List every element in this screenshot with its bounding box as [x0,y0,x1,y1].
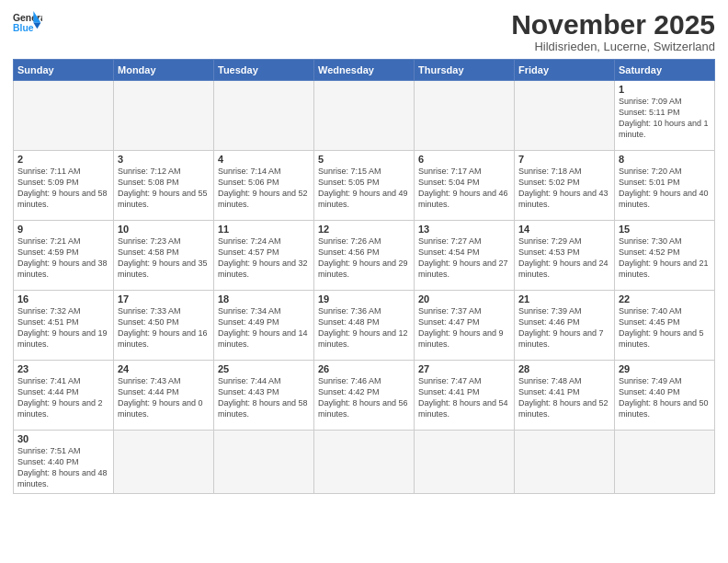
table-row [214,81,314,151]
day-info: Sunrise: 7:46 AM Sunset: 4:42 PM Dayligh… [318,375,410,420]
table-row: 14Sunrise: 7:29 AM Sunset: 4:53 PM Dayli… [515,221,615,291]
location: Hildisrieden, Lucerne, Switzerland [511,40,715,53]
day-number: 5 [318,154,410,165]
table-row: 28Sunrise: 7:48 AM Sunset: 4:41 PM Dayli… [515,361,615,431]
table-row: 5Sunrise: 7:15 AM Sunset: 5:05 PM Daylig… [314,151,415,221]
calendar-table: Sunday Monday Tuesday Wednesday Thursday… [13,59,715,494]
day-info: Sunrise: 7:24 AM Sunset: 4:57 PM Dayligh… [218,236,310,281]
table-row: 24Sunrise: 7:43 AM Sunset: 4:44 PM Dayli… [114,361,214,431]
col-sunday: Sunday [14,60,114,81]
day-info: Sunrise: 7:14 AM Sunset: 5:06 PM Dayligh… [218,166,310,211]
day-number: 14 [518,224,610,235]
day-number: 1 [619,84,711,95]
title-block: November 2025 Hildisrieden, Lucerne, Swi… [511,9,715,53]
day-number: 12 [318,224,410,235]
day-number: 30 [17,433,109,444]
table-row: 19Sunrise: 7:36 AM Sunset: 4:48 PM Dayli… [314,291,415,361]
col-friday: Friday [515,60,615,81]
day-info: Sunrise: 7:32 AM Sunset: 4:51 PM Dayligh… [17,305,109,350]
table-row: 10Sunrise: 7:23 AM Sunset: 4:58 PM Dayli… [114,221,214,291]
day-number: 15 [619,224,711,235]
day-info: Sunrise: 7:48 AM Sunset: 4:41 PM Dayligh… [518,375,610,420]
day-info: Sunrise: 7:20 AM Sunset: 5:01 PM Dayligh… [619,166,711,211]
day-number: 6 [418,154,510,165]
table-row: 13Sunrise: 7:27 AM Sunset: 4:54 PM Dayli… [415,221,515,291]
table-row: 21Sunrise: 7:39 AM Sunset: 4:46 PM Dayli… [515,291,615,361]
day-info: Sunrise: 7:18 AM Sunset: 5:02 PM Dayligh… [518,166,610,211]
col-wednesday: Wednesday [314,60,415,81]
day-info: Sunrise: 7:29 AM Sunset: 4:53 PM Dayligh… [518,236,610,281]
day-number: 11 [218,224,310,235]
day-number: 22 [619,293,711,304]
day-number: 16 [17,293,109,304]
day-info: Sunrise: 7:12 AM Sunset: 5:08 PM Dayligh… [118,166,210,211]
day-number: 26 [318,363,410,374]
svg-marker-3 [33,23,40,29]
table-row: 11Sunrise: 7:24 AM Sunset: 4:57 PM Dayli… [214,221,314,291]
table-row: 26Sunrise: 7:46 AM Sunset: 4:42 PM Dayli… [314,361,415,431]
day-info: Sunrise: 7:11 AM Sunset: 5:09 PM Dayligh… [17,166,109,211]
table-row [314,431,415,494]
day-number: 10 [118,224,210,235]
table-row [114,81,214,151]
day-info: Sunrise: 7:26 AM Sunset: 4:56 PM Dayligh… [318,236,410,281]
day-number: 18 [218,293,310,304]
col-saturday: Saturday [615,60,715,81]
calendar-header-row: Sunday Monday Tuesday Wednesday Thursday… [14,60,715,81]
table-row: 8Sunrise: 7:20 AM Sunset: 5:01 PM Daylig… [615,151,715,221]
logo-icon: General Blue [13,9,42,35]
table-row: 18Sunrise: 7:34 AM Sunset: 4:49 PM Dayli… [214,291,314,361]
table-row [515,81,615,151]
day-number: 21 [518,293,610,304]
month-title: November 2025 [511,9,715,40]
day-info: Sunrise: 7:47 AM Sunset: 4:41 PM Dayligh… [418,375,510,420]
day-number: 7 [518,154,610,165]
table-row: 22Sunrise: 7:40 AM Sunset: 4:45 PM Dayli… [615,291,715,361]
day-number: 25 [218,363,310,374]
table-row [14,81,114,151]
day-number: 17 [118,293,210,304]
day-number: 27 [418,363,510,374]
header: General Blue November 2025 Hildisrieden,… [13,9,715,53]
day-number: 13 [418,224,510,235]
day-info: Sunrise: 7:21 AM Sunset: 4:59 PM Dayligh… [17,236,109,281]
day-number: 29 [619,363,711,374]
day-info: Sunrise: 7:17 AM Sunset: 5:04 PM Dayligh… [418,166,510,211]
day-info: Sunrise: 7:09 AM Sunset: 5:11 PM Dayligh… [619,96,711,141]
day-info: Sunrise: 7:41 AM Sunset: 4:44 PM Dayligh… [17,375,109,420]
day-info: Sunrise: 7:37 AM Sunset: 4:47 PM Dayligh… [418,305,510,350]
day-info: Sunrise: 7:44 AM Sunset: 4:43 PM Dayligh… [218,375,310,420]
day-info: Sunrise: 7:23 AM Sunset: 4:58 PM Dayligh… [118,236,210,281]
table-row: 25Sunrise: 7:44 AM Sunset: 4:43 PM Dayli… [214,361,314,431]
logo: General Blue [13,9,42,35]
table-row: 29Sunrise: 7:49 AM Sunset: 4:40 PM Dayli… [615,361,715,431]
table-row [415,81,515,151]
day-info: Sunrise: 7:34 AM Sunset: 4:49 PM Dayligh… [218,305,310,350]
table-row: 30Sunrise: 7:51 AM Sunset: 4:40 PM Dayli… [14,431,114,494]
table-row: 20Sunrise: 7:37 AM Sunset: 4:47 PM Dayli… [415,291,515,361]
day-info: Sunrise: 7:36 AM Sunset: 4:48 PM Dayligh… [318,305,410,350]
day-number: 24 [118,363,210,374]
day-info: Sunrise: 7:27 AM Sunset: 4:54 PM Dayligh… [418,236,510,281]
table-row: 3Sunrise: 7:12 AM Sunset: 5:08 PM Daylig… [114,151,214,221]
day-info: Sunrise: 7:33 AM Sunset: 4:50 PM Dayligh… [118,305,210,350]
table-row: 1Sunrise: 7:09 AM Sunset: 5:11 PM Daylig… [615,81,715,151]
table-row: 2Sunrise: 7:11 AM Sunset: 5:09 PM Daylig… [14,151,114,221]
col-monday: Monday [114,60,214,81]
day-info: Sunrise: 7:43 AM Sunset: 4:44 PM Dayligh… [118,375,210,420]
day-info: Sunrise: 7:49 AM Sunset: 4:40 PM Dayligh… [619,375,711,420]
day-info: Sunrise: 7:39 AM Sunset: 4:46 PM Dayligh… [518,305,610,350]
table-row: 12Sunrise: 7:26 AM Sunset: 4:56 PM Dayli… [314,221,415,291]
day-info: Sunrise: 7:15 AM Sunset: 5:05 PM Dayligh… [318,166,410,211]
day-number: 4 [218,154,310,165]
day-info: Sunrise: 7:40 AM Sunset: 4:45 PM Dayligh… [619,305,711,350]
day-info: Sunrise: 7:51 AM Sunset: 4:40 PM Dayligh… [17,445,109,490]
col-thursday: Thursday [415,60,515,81]
table-row [415,431,515,494]
table-row: 27Sunrise: 7:47 AM Sunset: 4:41 PM Dayli… [415,361,515,431]
day-number: 8 [619,154,711,165]
table-row [615,431,715,494]
table-row: 7Sunrise: 7:18 AM Sunset: 5:02 PM Daylig… [515,151,615,221]
table-row: 6Sunrise: 7:17 AM Sunset: 5:04 PM Daylig… [415,151,515,221]
table-row [114,431,214,494]
